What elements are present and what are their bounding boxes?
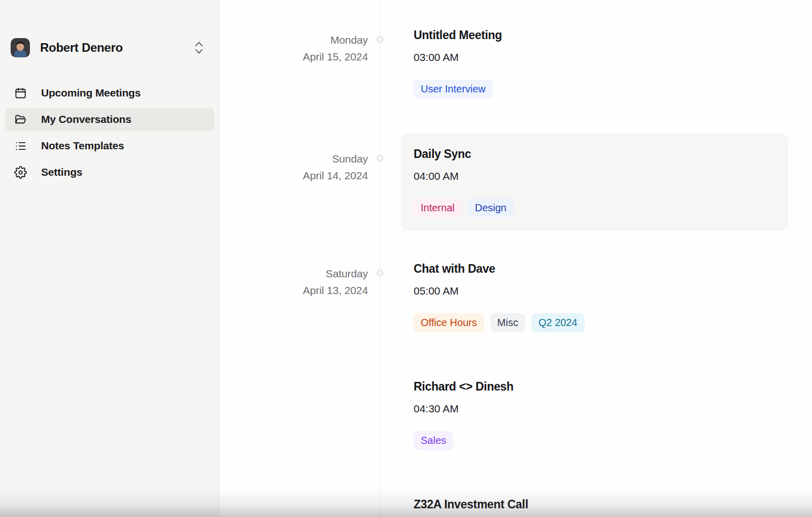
- user-name: Robert Denero: [40, 41, 194, 55]
- meeting-tag[interactable]: Internal: [414, 199, 462, 217]
- sidebar: Robert Denero Upcoming Meetings: [0, 0, 220, 517]
- meeting-card[interactable]: Untitled Meeting03:00 AMUser Interview: [401, 14, 788, 112]
- date-label: April 13, 2024: [220, 282, 368, 299]
- date-day-label: Saturday: [220, 265, 368, 282]
- timeline-dot: [377, 155, 383, 161]
- gear-icon: [14, 166, 27, 179]
- timeline-groups: MondayApril 15, 2024Untitled Meeting03:0…: [220, 0, 812, 517]
- meeting-tags: Office HoursMiscQ2 2024: [414, 313, 775, 332]
- sidebar-item-notes-templates[interactable]: Notes Templates: [5, 134, 214, 157]
- timeline-group: SaturdayApril 13, 2024Chat with Dave05:0…: [220, 248, 812, 517]
- person-photo-icon: [11, 38, 30, 57]
- meetings-column: Daily Sync04:00 AMInternalDesign: [380, 133, 812, 231]
- user-profile[interactable]: Robert Denero: [0, 38, 219, 57]
- meetings-column: Untitled Meeting03:00 AMUser Interview: [380, 14, 812, 112]
- sidebar-item-upcoming-meetings[interactable]: Upcoming Meetings: [5, 81, 214, 105]
- date-day-label: Monday: [220, 31, 368, 48]
- meeting-title: Chat with Dave: [414, 261, 775, 276]
- app-window: Robert Denero Upcoming Meetings: [0, 0, 812, 517]
- meeting-time: 03:00 AM: [414, 50, 775, 64]
- meeting-tags: InternalDesign: [414, 199, 775, 217]
- sidebar-item-label: Upcoming Meetings: [41, 87, 141, 99]
- meeting-card[interactable]: Chat with Dave05:00 AMOffice HoursMiscQ2…: [401, 248, 788, 345]
- sidebar-item-settings[interactable]: Settings: [5, 160, 214, 184]
- list-icon: [14, 140, 27, 152]
- date-label: April 14, 2024: [220, 167, 368, 184]
- date-column: SundayApril 14, 2024: [220, 133, 380, 231]
- meeting-card[interactable]: Richard <> Dinesh04:30 AMSales: [401, 366, 788, 463]
- meeting-tags: Sales: [414, 431, 775, 450]
- sidebar-item-label: My Conversations: [41, 113, 131, 125]
- meeting-tag[interactable]: Design: [468, 199, 514, 217]
- meeting-card[interactable]: Z32A Investment Call: [401, 483, 788, 517]
- timeline-group: MondayApril 15, 2024Untitled Meeting03:0…: [220, 14, 812, 112]
- meeting-tags: User Interview: [414, 80, 775, 99]
- meeting-tag[interactable]: Q2 2024: [531, 313, 585, 332]
- timeline-group: SundayApril 14, 2024Daily Sync04:00 AMIn…: [220, 133, 812, 231]
- meeting-time: 05:00 AM: [414, 284, 775, 298]
- avatar[interactable]: [11, 38, 30, 57]
- meeting-title: Daily Sync: [414, 146, 775, 161]
- meeting-tag[interactable]: Sales: [414, 431, 453, 450]
- meeting-time: 04:00 AM: [414, 169, 775, 183]
- meeting-card[interactable]: Daily Sync04:00 AMInternalDesign: [401, 133, 788, 231]
- meeting-title: Z32A Investment Call: [414, 497, 775, 512]
- sidebar-item-label: Settings: [41, 166, 82, 178]
- calendar-icon: [14, 87, 27, 100]
- folder-icon: [14, 113, 27, 126]
- sidebar-nav: Upcoming Meetings My Conversations: [0, 81, 219, 184]
- sidebar-item-my-conversations[interactable]: My Conversations: [5, 108, 214, 131]
- meeting-tag[interactable]: Misc: [490, 313, 525, 332]
- meeting-title: Richard <> Dinesh: [414, 379, 775, 394]
- meeting-time: 04:30 AM: [414, 402, 775, 416]
- chevron-updown-icon[interactable]: [194, 40, 204, 55]
- date-column: SaturdayApril 13, 2024: [220, 248, 380, 517]
- date-column: MondayApril 15, 2024: [220, 14, 380, 112]
- meeting-title: Untitled Meeting: [414, 27, 775, 43]
- timeline-dot: [377, 270, 383, 276]
- timeline-dot: [377, 36, 383, 43]
- meeting-tag[interactable]: User Interview: [414, 80, 493, 99]
- conversations-timeline: MondayApril 15, 2024Untitled Meeting03:0…: [220, 0, 812, 517]
- date-label: April 15, 2024: [220, 48, 368, 65]
- date-day-label: Sunday: [220, 150, 368, 167]
- meetings-column: Chat with Dave05:00 AMOffice HoursMiscQ2…: [380, 248, 812, 517]
- meeting-tag[interactable]: Office Hours: [414, 313, 484, 332]
- sidebar-item-label: Notes Templates: [41, 140, 124, 152]
